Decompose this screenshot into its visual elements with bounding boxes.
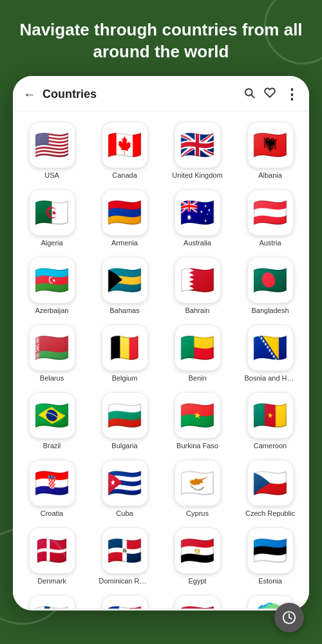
country-item[interactable]: 🇪🇪Estonia (234, 522, 307, 590)
country-name: Bosnia and Her... (245, 374, 296, 382)
country-name: Denmark (37, 577, 66, 585)
country-name: Czech Republic (245, 509, 295, 517)
country-name: Cameroon (254, 442, 287, 450)
back-button[interactable]: ← (23, 87, 36, 102)
flag-icon: 🇨🇿 (247, 460, 294, 506)
flag-icon: 🇧🇫 (175, 392, 221, 439)
country-item[interactable]: 🇫🇷France (88, 590, 161, 609)
country-name: Burkina Faso (176, 442, 218, 450)
flag-icon: 🇩🇿 (29, 189, 75, 236)
country-item[interactable]: 🇧🇫Burkina Faso (161, 387, 234, 455)
country-item[interactable]: 🇬🇲Gambia (161, 590, 234, 609)
flag-icon: 🇧🇾 (29, 325, 75, 371)
flag-icon: 🇬🇲 (175, 595, 221, 609)
country-item[interactable]: 🇬🇧United Kingdom (161, 117, 234, 184)
country-item[interactable]: 🇩🇰Denmark (15, 522, 88, 590)
flag-icon: 🇭🇷 (29, 460, 75, 506)
country-item[interactable]: 🇧🇸Bahamas (88, 252, 161, 319)
flag-icon: 🇧🇸 (102, 257, 148, 303)
country-name: Cyprus (186, 509, 209, 517)
flag-icon: 🇧🇦 (247, 325, 294, 371)
country-name: Bahamas (109, 307, 139, 314)
country-item[interactable]: 🇧🇯Benin (161, 319, 234, 387)
country-name: Azerbaijan (35, 307, 69, 314)
country-name: Belarus (40, 374, 64, 382)
flag-icon: 🇪🇪 (247, 527, 294, 574)
flag-icon: 🇺🇸 (29, 122, 75, 168)
country-item[interactable]: 🇪🇬Egypt (161, 522, 234, 590)
flag-icon: 🇦🇲 (102, 189, 148, 236)
flag-icon: 🇧🇩 (247, 257, 294, 303)
country-item[interactable]: 🇦🇹Austria (234, 184, 307, 252)
flag-icon: 🇩🇴 (102, 527, 148, 574)
flag-icon: 🇧🇪 (102, 325, 148, 371)
country-name: Armenia (111, 239, 138, 247)
flag-icon: 🇧🇬 (102, 392, 148, 439)
flag-icon: 🇨🇲 (247, 392, 294, 439)
toolbar-title: Countries (43, 88, 243, 101)
toolbar-actions: ⋮ (243, 86, 299, 103)
country-item[interactable]: 🇧🇷Brazil (15, 387, 88, 455)
country-item[interactable]: 🇦🇱Albania (234, 117, 307, 184)
favorite-icon[interactable] (264, 87, 276, 102)
flag-icon: 🇩🇰 (29, 527, 75, 574)
flag-icon: 🇬🇧 (175, 122, 221, 168)
country-name: Brazil (43, 442, 61, 450)
country-item[interactable]: 🇦🇺Australia (161, 184, 234, 252)
country-item[interactable]: 🇩🇿Algeria (15, 184, 88, 252)
country-item[interactable]: 🇧🇪Belgium (88, 319, 161, 387)
country-item[interactable]: 🇧🇭Bahrain (161, 252, 234, 319)
svg-line-1 (251, 95, 254, 97)
search-icon[interactable] (243, 87, 255, 102)
page-header: Navigate through countries from all arou… (0, 0, 322, 76)
country-item[interactable]: 🇨🇲Cameroon (234, 387, 307, 455)
flag-icon: 🇨🇦 (102, 122, 148, 168)
phone-card: ← Countries ⋮ 🇺🇸USA🇨🇦Canada🇬🇧United King… (13, 76, 309, 611)
flag-icon: 🇧🇷 (29, 392, 75, 439)
flag-icon: 🇧🇯 (175, 325, 221, 371)
country-item[interactable]: 🇩🇴Dominican Rep... (88, 522, 161, 590)
country-item[interactable]: 🇧🇾Belarus (15, 319, 88, 387)
country-item[interactable]: 🇨🇦Canada (88, 117, 161, 184)
country-name: United Kingdom (172, 171, 222, 179)
flag-icon: 🇨🇾 (175, 460, 221, 506)
country-item[interactable]: 🇺🇸USA (15, 117, 88, 184)
country-name: Belgium (112, 374, 138, 382)
country-name: USA (44, 171, 59, 179)
more-options-icon[interactable]: ⋮ (285, 86, 299, 103)
country-grid: 🇺🇸USA🇨🇦Canada🇬🇧United Kingdom🇦🇱Albania🇩🇿… (13, 111, 309, 609)
country-name: Algeria (41, 239, 62, 247)
country-item[interactable]: 🇨🇿Czech Republic (234, 455, 307, 522)
country-name: Cuba (116, 509, 133, 517)
flag-icon: 🇫🇮 (29, 595, 75, 609)
country-item[interactable]: 🇧🇦Bosnia and Her... (234, 319, 307, 387)
country-name: Australia (184, 239, 211, 247)
country-name: Bangladesh (251, 307, 289, 314)
flag-icon: 🇦🇿 (29, 257, 75, 303)
country-item[interactable]: 🇦🇲Armenia (88, 184, 161, 252)
flag-icon: 🇦🇹 (247, 189, 294, 236)
country-name: Croatia (41, 509, 63, 517)
country-item[interactable]: 🇨🇾Cyprus (161, 455, 234, 522)
flag-icon: 🇪🇬 (175, 527, 221, 574)
country-name: Dominican Rep... (99, 577, 151, 585)
country-item[interactable]: 🇧🇩Bangladesh (234, 252, 307, 319)
flag-icon: 🇨🇺 (102, 460, 148, 506)
country-name: Bulgaria (111, 442, 137, 450)
country-name: Benin (188, 374, 206, 382)
flag-icon: 🇦🇱 (247, 122, 294, 168)
country-item[interactable]: 🇫🇮Finland (15, 590, 88, 609)
country-item[interactable]: 🇧🇬Bulgaria (88, 387, 161, 455)
flag-icon: 🇧🇭 (175, 257, 221, 303)
country-item[interactable]: 🇨🇺Cuba (88, 455, 161, 522)
country-name: Albania (258, 171, 282, 179)
country-name: Austria (259, 239, 281, 247)
country-name: Bahrain (185, 307, 210, 314)
country-item[interactable]: 🇦🇿Azerbaijan (15, 252, 88, 319)
country-item[interactable]: 🇭🇷Croatia (15, 455, 88, 522)
toolbar: ← Countries ⋮ (13, 76, 309, 111)
country-name: Canada (112, 171, 137, 179)
flag-icon: 🇫🇷 (102, 595, 148, 609)
country-name: Estonia (258, 577, 282, 585)
country-name: Egypt (188, 577, 206, 585)
